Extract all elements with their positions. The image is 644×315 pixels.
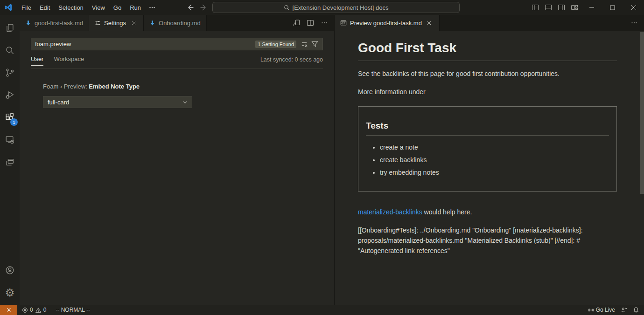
- accounts-icon[interactable]: [0, 259, 20, 281]
- tab-preview-good-first-task[interactable]: Preview good-first-task.md: [335, 15, 440, 31]
- command-center: [Extension Development Host] docs: [184, 0, 460, 15]
- toggle-primary-sidebar-icon[interactable]: [529, 1, 542, 14]
- back-arrow-icon[interactable]: [184, 2, 196, 13]
- editor-group-right: Preview good-first-task.md Good First Ta…: [334, 15, 644, 305]
- search-icon: [284, 5, 290, 11]
- preview-scrollbar[interactable]: [640, 32, 644, 194]
- tab-label: Onboarding.md: [159, 20, 201, 27]
- filter-funnel-icon[interactable]: [309, 39, 320, 49]
- list-item: try embedding notes: [380, 167, 609, 178]
- menu-go[interactable]: Go: [109, 2, 126, 13]
- warning-count: 0: [43, 307, 47, 313]
- tab-bar-left: good-first-task.md Settings Onboarding.m…: [20, 15, 334, 31]
- scope-tab-workspace[interactable]: Workspace: [54, 54, 84, 65]
- extensions-icon[interactable]: 1: [0, 106, 20, 129]
- vim-mode-indicator[interactable]: -- NORMAL --: [53, 305, 93, 315]
- customize-layout-icon[interactable]: [568, 1, 581, 14]
- activity-bar: 1 ⚙: [0, 15, 20, 305]
- tab-label: Preview good-first-task.md: [350, 20, 422, 27]
- list-item: create backlinks: [380, 155, 609, 165]
- status-bar: 0 0 -- NORMAL -- Go Live: [0, 305, 644, 315]
- titlebar-controls: [529, 0, 644, 15]
- status-bar-right: Go Live: [585, 305, 642, 315]
- link-tail-text: would help here.: [422, 208, 472, 216]
- source-control-icon[interactable]: [0, 62, 20, 84]
- menu-bar: File Edit Selection View Go Run: [17, 2, 159, 13]
- close-window-button[interactable]: [623, 0, 644, 15]
- markdown-preview-icon: [340, 20, 347, 26]
- remote-explorer-icon[interactable]: [0, 129, 20, 151]
- tab-settings[interactable]: Settings: [89, 15, 144, 31]
- preview-heading: Good First Task: [358, 40, 617, 61]
- command-center-search[interactable]: [Extension Development Host] docs: [212, 2, 460, 13]
- settings-scope-tabs: User Workspace Last synced: 0 secs ago: [31, 50, 323, 69]
- markdown-preview-content: Good First Task See the backlinks of thi…: [335, 31, 644, 256]
- search-sidebar-icon[interactable]: [0, 39, 20, 62]
- menu-edit[interactable]: Edit: [35, 2, 54, 13]
- menu-selection[interactable]: Selection: [54, 2, 87, 13]
- settings-sliders-icon: [95, 20, 101, 26]
- clear-search-filters-icon[interactable]: [299, 39, 309, 49]
- preview-paragraph: See the backlinks of this page for good …: [358, 68, 617, 79]
- tab-label: good-first-task.md: [35, 20, 83, 27]
- dropdown-value: full-card: [48, 99, 69, 106]
- preview-paragraph: More information under: [358, 87, 617, 97]
- tab-bar-right: Preview good-first-task.md: [335, 15, 644, 31]
- editor-group-left: good-first-task.md Settings Onboarding.m…: [20, 15, 334, 305]
- link-references-text: [[Onboarding#Tests]: ../Onboarding.md "O…: [358, 225, 617, 256]
- bell-icon: [633, 307, 639, 313]
- last-synced-label: Last synced: 0 secs ago: [260, 56, 323, 63]
- error-icon: [22, 307, 28, 313]
- embed-heading: Tests: [366, 121, 609, 136]
- tab-onboarding[interactable]: Onboarding.md: [144, 15, 207, 31]
- vscode-logo-icon: [4, 3, 13, 12]
- explorer-icon[interactable]: [0, 17, 20, 39]
- error-count: 0: [30, 307, 33, 313]
- manage-gear-icon[interactable]: ⚙: [0, 281, 20, 304]
- tab-label: Settings: [104, 20, 126, 27]
- remote-indicator[interactable]: [0, 305, 17, 315]
- embed-note-type-dropdown[interactable]: full-card: [43, 96, 192, 108]
- link-paragraph: materialized-backlinks would help here.: [358, 207, 617, 217]
- setting-foam-preview-embed-note-type: Foam › Preview: Embed Note Type full-car…: [43, 83, 323, 108]
- menu-view[interactable]: View: [88, 2, 109, 13]
- close-tab-icon[interactable]: [425, 19, 434, 27]
- setting-category: Foam › Preview:: [43, 83, 89, 90]
- menu-file[interactable]: File: [17, 2, 35, 13]
- go-live-button[interactable]: Go Live: [585, 305, 618, 315]
- minimize-button[interactable]: [581, 0, 602, 15]
- setting-name: Embed Note Type: [89, 83, 140, 90]
- settings-search-input[interactable]: [35, 41, 255, 48]
- scope-tab-user[interactable]: User: [31, 54, 43, 66]
- notifications-bell-button[interactable]: [630, 305, 642, 315]
- markdown-file-icon: [149, 20, 155, 26]
- open-settings-json-icon[interactable]: [290, 17, 302, 29]
- toggle-panel-icon[interactable]: [542, 1, 555, 14]
- tab-bar-actions-right: [628, 15, 644, 31]
- split-editor-icon[interactable]: [304, 17, 316, 29]
- close-tab-icon[interactable]: [129, 19, 138, 27]
- problems-indicator[interactable]: 0 0: [19, 305, 49, 315]
- list-item: create a note: [380, 142, 609, 152]
- more-actions-icon[interactable]: [628, 17, 640, 29]
- menu-run[interactable]: Run: [126, 2, 145, 13]
- broadcast-icon: [588, 307, 594, 313]
- remote-icon: [6, 307, 12, 313]
- command-center-label: [Extension Development Host] docs: [293, 4, 389, 11]
- menu-overflow-ellipsis-icon[interactable]: [145, 2, 159, 13]
- activity-bar-bottom: ⚙: [0, 259, 20, 305]
- live-share-button[interactable]: [618, 305, 630, 315]
- settings-search-box[interactable]: 1 Setting Found: [31, 38, 323, 50]
- forward-arrow-icon[interactable]: [198, 2, 210, 13]
- materialized-backlinks-link[interactable]: materialized-backlinks: [358, 208, 422, 216]
- run-debug-icon[interactable]: [0, 84, 20, 106]
- vscode-window: File Edit Selection View Go Run [Extensi…: [0, 0, 644, 315]
- maximize-button[interactable]: [602, 0, 623, 15]
- tab-bar-actions: [290, 15, 334, 31]
- tab-good-first-task[interactable]: good-first-task.md: [20, 15, 89, 31]
- markdown-preview-pane: Good First Task See the backlinks of thi…: [335, 31, 644, 305]
- more-actions-icon[interactable]: [318, 17, 330, 29]
- panel-windows-icon[interactable]: [0, 151, 20, 173]
- extensions-badge: 1: [10, 118, 18, 126]
- toggle-secondary-sidebar-icon[interactable]: [555, 1, 568, 14]
